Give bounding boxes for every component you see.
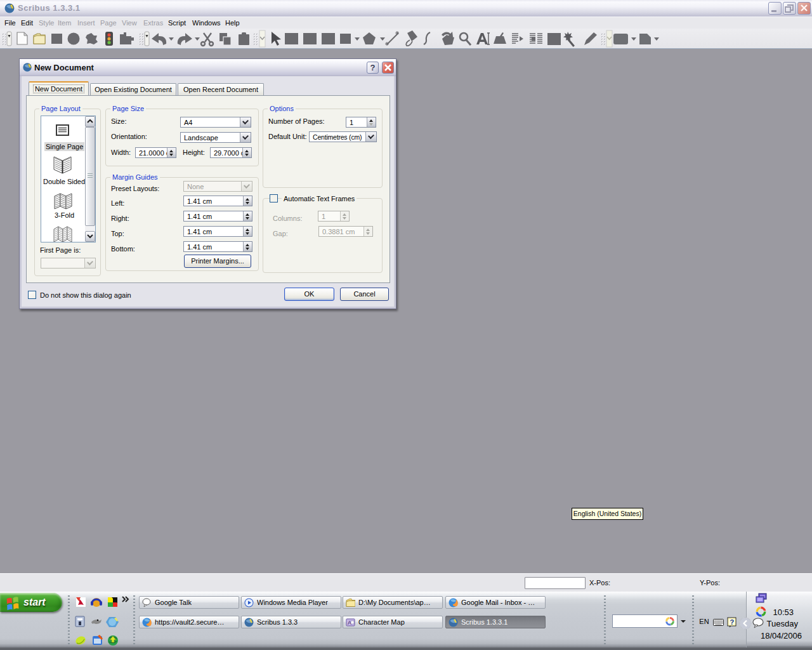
svg-text:?: ? [730,618,735,626]
